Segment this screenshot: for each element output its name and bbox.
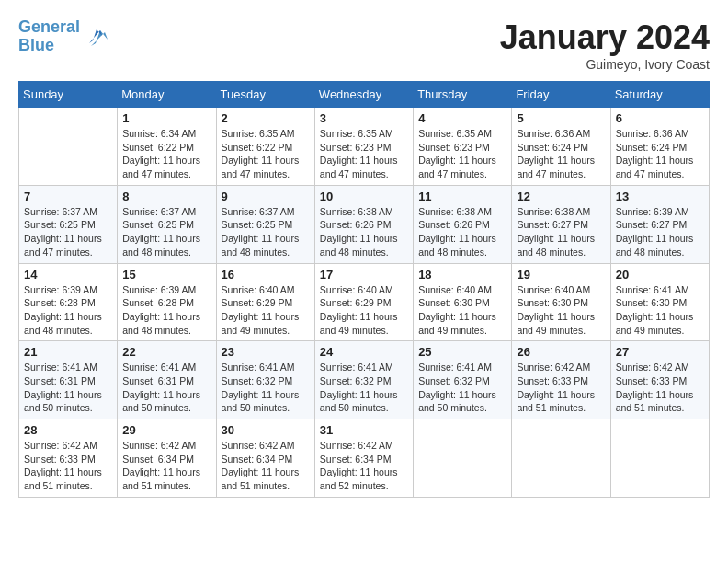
day-number: 18 — [418, 268, 506, 282]
calendar-cell: 2Sunrise: 6:35 AM Sunset: 6:22 PM Daylig… — [216, 108, 314, 186]
cell-info: Sunrise: 6:40 AM Sunset: 6:30 PM Dayligh… — [418, 283, 506, 338]
calendar-cell: 1Sunrise: 6:34 AM Sunset: 6:22 PM Daylig… — [118, 108, 216, 186]
calendar-week-row: 7Sunrise: 6:37 AM Sunset: 6:25 PM Daylig… — [19, 185, 710, 263]
cell-info: Sunrise: 6:38 AM Sunset: 6:27 PM Dayligh… — [517, 205, 605, 259]
calendar-cell: 6Sunrise: 6:36 AM Sunset: 6:24 PM Daylig… — [610, 108, 709, 186]
cell-info: Sunrise: 6:36 AM Sunset: 6:24 PM Dayligh… — [616, 127, 704, 181]
calendar-cell: 14Sunrise: 6:39 AM Sunset: 6:28 PM Dayli… — [19, 263, 118, 341]
cell-info: Sunrise: 6:41 AM Sunset: 6:32 PM Dayligh… — [418, 361, 506, 415]
cell-info: Sunrise: 6:41 AM Sunset: 6:30 PM Dayligh… — [616, 283, 704, 338]
cell-info: Sunrise: 6:37 AM Sunset: 6:25 PM Dayligh… — [222, 205, 310, 259]
cell-info: Sunrise: 6:40 AM Sunset: 6:29 PM Dayligh… — [320, 283, 408, 338]
calendar-cell: 13Sunrise: 6:39 AM Sunset: 6:27 PM Dayli… — [610, 185, 709, 263]
cell-info: Sunrise: 6:42 AM Sunset: 6:33 PM Dayligh… — [517, 361, 605, 415]
calendar-cell: 26Sunrise: 6:42 AM Sunset: 6:33 PM Dayli… — [512, 341, 610, 419]
calendar-cell: 8Sunrise: 6:37 AM Sunset: 6:25 PM Daylig… — [118, 185, 216, 263]
day-number: 3 — [320, 111, 408, 125]
day-number: 19 — [517, 268, 605, 282]
day-of-week-header: Sunday — [19, 82, 118, 108]
cell-info: Sunrise: 6:37 AM Sunset: 6:25 PM Dayligh… — [122, 205, 210, 259]
calendar-cell: 28Sunrise: 6:42 AM Sunset: 6:33 PM Dayli… — [19, 419, 118, 498]
calendar-cell: 12Sunrise: 6:38 AM Sunset: 6:27 PM Dayli… — [512, 185, 610, 263]
calendar-cell: 25Sunrise: 6:41 AM Sunset: 6:32 PM Dayli… — [414, 341, 512, 419]
day-number: 1 — [122, 111, 210, 125]
calendar-cell — [19, 108, 118, 186]
calendar-week-row: 21Sunrise: 6:41 AM Sunset: 6:31 PM Dayli… — [19, 341, 710, 419]
cell-info: Sunrise: 6:42 AM Sunset: 6:33 PM Dayligh… — [616, 361, 704, 415]
cell-info: Sunrise: 6:42 AM Sunset: 6:34 PM Dayligh… — [320, 439, 408, 493]
cell-info: Sunrise: 6:41 AM Sunset: 6:31 PM Dayligh… — [24, 361, 112, 415]
day-of-week-header: Thursday — [414, 82, 512, 108]
day-number: 22 — [122, 345, 210, 359]
calendar-cell — [610, 419, 709, 498]
cell-info: Sunrise: 6:36 AM Sunset: 6:24 PM Dayligh… — [517, 127, 605, 181]
day-number: 8 — [122, 190, 210, 203]
day-number: 10 — [320, 190, 408, 203]
day-number: 16 — [222, 268, 310, 282]
day-number: 13 — [616, 190, 704, 203]
logo-text: General Blue — [18, 18, 80, 55]
svg-marker-0 — [91, 30, 108, 46]
day-number: 12 — [517, 190, 605, 203]
page-header: General Blue January 2024 Guimeyo, Ivory… — [18, 18, 710, 72]
day-number: 7 — [24, 190, 112, 203]
cell-info: Sunrise: 6:41 AM Sunset: 6:32 PM Dayligh… — [320, 361, 408, 415]
day-of-week-header: Tuesday — [216, 82, 314, 108]
day-number: 25 — [418, 345, 506, 359]
day-number: 2 — [222, 111, 310, 125]
calendar-header-row: SundayMondayTuesdayWednesdayThursdayFrid… — [19, 82, 710, 108]
day-of-week-header: Saturday — [610, 82, 709, 108]
day-number: 21 — [24, 345, 112, 359]
calendar-cell: 30Sunrise: 6:42 AM Sunset: 6:34 PM Dayli… — [216, 419, 314, 498]
calendar-cell: 11Sunrise: 6:38 AM Sunset: 6:26 PM Dayli… — [414, 185, 512, 263]
day-number: 29 — [122, 423, 210, 437]
calendar-cell: 15Sunrise: 6:39 AM Sunset: 6:28 PM Dayli… — [118, 263, 216, 341]
calendar-week-row: 1Sunrise: 6:34 AM Sunset: 6:22 PM Daylig… — [19, 108, 710, 186]
day-number: 5 — [517, 111, 605, 125]
logo: General Blue — [18, 18, 109, 55]
calendar-table: SundayMondayTuesdayWednesdayThursdayFrid… — [18, 81, 710, 498]
day-number: 24 — [320, 345, 408, 359]
day-number: 15 — [122, 268, 210, 282]
calendar-cell: 16Sunrise: 6:40 AM Sunset: 6:29 PM Dayli… — [216, 263, 314, 341]
cell-info: Sunrise: 6:35 AM Sunset: 6:23 PM Dayligh… — [320, 127, 408, 181]
calendar-cell: 22Sunrise: 6:41 AM Sunset: 6:31 PM Dayli… — [118, 341, 216, 419]
day-number: 4 — [418, 111, 506, 125]
month-title: January 2024 — [500, 18, 710, 57]
day-number: 9 — [222, 190, 310, 203]
day-number: 28 — [24, 423, 112, 437]
calendar-cell: 4Sunrise: 6:35 AM Sunset: 6:23 PM Daylig… — [414, 108, 512, 186]
calendar-cell: 9Sunrise: 6:37 AM Sunset: 6:25 PM Daylig… — [216, 185, 314, 263]
calendar-cell: 7Sunrise: 6:37 AM Sunset: 6:25 PM Daylig… — [19, 185, 118, 263]
cell-info: Sunrise: 6:40 AM Sunset: 6:30 PM Dayligh… — [517, 283, 605, 338]
calendar-cell: 21Sunrise: 6:41 AM Sunset: 6:31 PM Dayli… — [19, 341, 118, 419]
calendar-cell: 27Sunrise: 6:42 AM Sunset: 6:33 PM Dayli… — [610, 341, 709, 419]
calendar-week-row: 28Sunrise: 6:42 AM Sunset: 6:33 PM Dayli… — [19, 419, 710, 498]
cell-info: Sunrise: 6:40 AM Sunset: 6:29 PM Dayligh… — [222, 283, 310, 338]
day-number: 26 — [517, 345, 605, 359]
day-of-week-header: Monday — [118, 82, 216, 108]
day-number: 27 — [616, 345, 704, 359]
cell-info: Sunrise: 6:41 AM Sunset: 6:32 PM Dayligh… — [222, 361, 310, 415]
cell-info: Sunrise: 6:34 AM Sunset: 6:22 PM Dayligh… — [122, 127, 210, 181]
day-number: 14 — [24, 268, 112, 282]
logo-line2: Blue — [18, 36, 54, 54]
logo-line1: General — [18, 17, 80, 36]
location-subtitle: Guimeyo, Ivory Coast — [500, 57, 710, 72]
cell-info: Sunrise: 6:39 AM Sunset: 6:28 PM Dayligh… — [122, 283, 210, 338]
calendar-week-row: 14Sunrise: 6:39 AM Sunset: 6:28 PM Dayli… — [19, 263, 710, 341]
day-number: 6 — [616, 111, 704, 125]
day-of-week-header: Wednesday — [314, 82, 413, 108]
cell-info: Sunrise: 6:35 AM Sunset: 6:22 PM Dayligh… — [222, 127, 310, 181]
day-of-week-header: Friday — [512, 82, 610, 108]
calendar-cell — [512, 419, 610, 498]
calendar-cell: 23Sunrise: 6:41 AM Sunset: 6:32 PM Dayli… — [216, 341, 314, 419]
calendar-cell: 19Sunrise: 6:40 AM Sunset: 6:30 PM Dayli… — [512, 263, 610, 341]
day-number: 30 — [222, 423, 310, 437]
calendar-cell: 5Sunrise: 6:36 AM Sunset: 6:24 PM Daylig… — [512, 108, 610, 186]
cell-info: Sunrise: 6:42 AM Sunset: 6:34 PM Dayligh… — [222, 439, 310, 493]
cell-info: Sunrise: 6:38 AM Sunset: 6:26 PM Dayligh… — [418, 205, 506, 259]
calendar-cell: 24Sunrise: 6:41 AM Sunset: 6:32 PM Dayli… — [314, 341, 413, 419]
cell-info: Sunrise: 6:38 AM Sunset: 6:26 PM Dayligh… — [320, 205, 408, 259]
calendar-cell: 3Sunrise: 6:35 AM Sunset: 6:23 PM Daylig… — [314, 108, 413, 186]
